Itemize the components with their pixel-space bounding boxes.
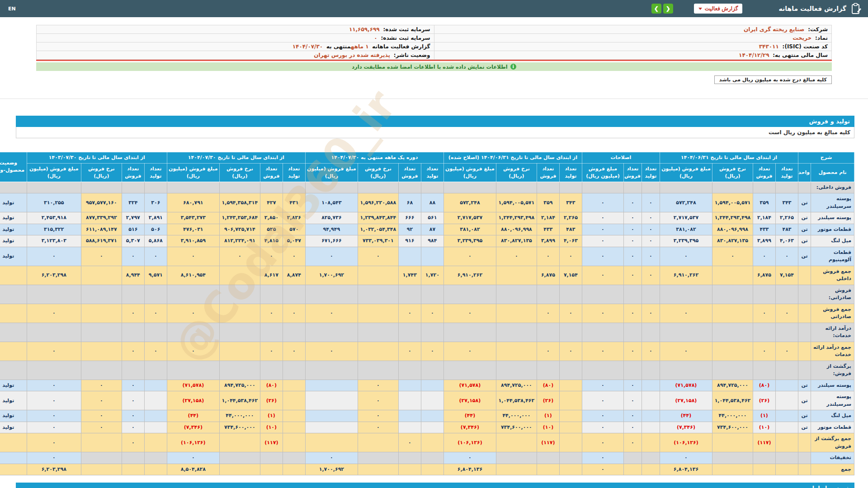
table-cell: ۹,۵۷۱ bbox=[144, 266, 167, 285]
section-row: درآمد ارائه خدمات: bbox=[0, 323, 854, 342]
table-cell bbox=[559, 464, 582, 475]
table-cell: ۰ bbox=[623, 304, 642, 323]
table-cell bbox=[305, 323, 358, 342]
table-cell bbox=[144, 433, 167, 452]
table-cell bbox=[421, 361, 443, 380]
table-cell: ۰ bbox=[753, 342, 776, 361]
table-cell bbox=[559, 433, 582, 452]
table-cell bbox=[260, 464, 283, 475]
table-cell bbox=[219, 452, 260, 464]
table-cell: ۸۳۰,۸۲۷,۱۳۵ bbox=[712, 235, 753, 247]
table-cell bbox=[642, 182, 660, 193]
table-row: میل لنگتن۴,۰۶۳۳,۸۹۹۸۳۰,۸۲۷,۱۳۵۳,۲۳۹,۳۹۵۰… bbox=[0, 235, 854, 247]
table-cell: ۸,۶۱۰,۹۵۴ bbox=[167, 266, 219, 285]
table-cell bbox=[660, 182, 712, 193]
nav-forward-button[interactable]: ❯ bbox=[663, 4, 673, 14]
table-cell: ۲,۷۱۷,۵۳۷ bbox=[660, 212, 712, 224]
table-cell bbox=[305, 410, 358, 422]
table-cell: تولید bbox=[0, 247, 27, 266]
table-cell: (۲۷,۱۵۸) bbox=[660, 391, 712, 410]
table-cell: ۰ bbox=[443, 247, 496, 266]
table-cell: تن bbox=[798, 422, 811, 433]
table-cell: (۷۱,۵۷۸) bbox=[167, 380, 219, 391]
row-label: پوسته سرسیلندر bbox=[811, 391, 854, 410]
fiscal-year-value: ۱۴۰۴/۱۲/۲۹ bbox=[739, 52, 771, 58]
table-cell bbox=[144, 323, 167, 342]
table-cell: ۰ bbox=[122, 391, 144, 410]
table-cell bbox=[283, 452, 305, 464]
isic-cell: کد صنعت (ISIC): ۳۴۳۰۱۱ bbox=[434, 42, 832, 51]
row-label: پوسته سیلندر bbox=[811, 212, 854, 224]
table-cell: ۷۳۳,۰۳۹,۳۰۱ bbox=[358, 235, 398, 247]
table-cell bbox=[144, 410, 167, 422]
table-cell: ۰ bbox=[623, 266, 642, 285]
table-cell: ۶۸ bbox=[398, 193, 421, 212]
table-cell: (۷,۳۴۶) bbox=[443, 422, 496, 433]
table-cell bbox=[712, 285, 753, 304]
table-cell: ۳۱۵,۳۲۲ bbox=[27, 224, 81, 235]
table-cell bbox=[122, 464, 144, 475]
table-cell bbox=[167, 361, 219, 380]
table-cell: ۴,۸۱۵ bbox=[260, 235, 283, 247]
table-cell bbox=[776, 323, 798, 342]
row-label: میل لنگ bbox=[811, 410, 854, 422]
table-cell bbox=[398, 422, 421, 433]
table-cell bbox=[219, 342, 260, 361]
table-cell: ۰ bbox=[122, 433, 144, 452]
table-cell: ۰ bbox=[122, 380, 144, 391]
table-cell: (۷۱,۵۷۸) bbox=[660, 380, 712, 391]
table-cell: ۰ bbox=[122, 422, 144, 433]
table-cell: ۱,۵۹۴,۳۵۸,۳۱۴ bbox=[219, 193, 260, 212]
table-cell bbox=[712, 266, 753, 285]
table-cell bbox=[398, 247, 421, 266]
table-cell: تولید bbox=[0, 422, 27, 433]
table-cell bbox=[167, 285, 219, 304]
amounts-unit-note: کلیه مبالغ درج شده به میلیون ریال می باش… bbox=[714, 75, 832, 84]
table-cell bbox=[753, 323, 776, 342]
table-cell: ۰ bbox=[582, 380, 623, 391]
table-cell: ۳,۲۳۹,۳۹۵ bbox=[660, 235, 712, 247]
table-cell: ۶,۹۱۰,۲۶۲ bbox=[443, 266, 496, 285]
info-row: نماد: خریخت سرمایه ثبت نشده: ۰ bbox=[37, 34, 832, 42]
table-cell bbox=[283, 182, 305, 193]
table-cell: (۱) bbox=[753, 410, 776, 422]
table-cell: ۰ bbox=[753, 304, 776, 323]
table-cell bbox=[167, 182, 219, 193]
table-cell bbox=[398, 323, 421, 342]
table-cell bbox=[358, 452, 398, 464]
table-cell bbox=[421, 464, 443, 475]
row-label: قطعات آلومینیوم bbox=[811, 247, 854, 266]
table-cell: ۰ bbox=[623, 422, 642, 433]
table-cell: (۸۰) bbox=[260, 380, 283, 391]
col-header: تعداد تولید bbox=[144, 163, 167, 182]
table-cell: ۰ bbox=[305, 247, 358, 266]
table-cell: ۰ bbox=[27, 433, 81, 452]
table-cell: ۳,۸۹۹ bbox=[753, 235, 776, 247]
table-cell: ۴۳۱ bbox=[283, 193, 305, 212]
table-cell: ۲,۸۹۱ bbox=[144, 212, 167, 224]
table-cell: ۰ bbox=[537, 342, 559, 361]
col-header: تعداد فروش bbox=[398, 163, 421, 182]
language-toggle-en[interactable]: EN bbox=[8, 6, 16, 12]
table-cell bbox=[623, 361, 642, 380]
table-cell: (۴۴) bbox=[660, 410, 712, 422]
table-cell bbox=[283, 361, 305, 380]
col-header: تعداد فروش bbox=[537, 163, 559, 182]
table-cell: ۶,۸۰۴,۱۳۶ bbox=[443, 464, 496, 475]
report-type-dropdown[interactable]: گزارش فعالیت bbox=[694, 4, 743, 14]
table-cell bbox=[712, 433, 753, 452]
group-header: از ابتدای سال مالی تا تاریخ ۱۴۰۴/۰۷/۳۰ bbox=[167, 152, 305, 164]
table-cell: ۰ bbox=[660, 247, 712, 266]
signature-match-notice: i اطلاعات نمایش داده شده با اطلاعات امضا… bbox=[36, 62, 832, 71]
table-cell: تولید bbox=[0, 391, 27, 410]
nav-back-button[interactable]: ❮ bbox=[651, 4, 661, 14]
table-row: پوسته سیلندرتن(۸۰)۸۹۴,۷۲۵,۰۰۰(۷۱,۵۷۸)۰۰(… bbox=[0, 380, 854, 391]
table-cell: تولید bbox=[0, 380, 27, 391]
table-row: جمع۶,۸۰۴,۱۳۶۰۶,۸۰۴,۱۳۶۱,۷۰۰,۶۹۲۸,۵۰۴,۸۲۸… bbox=[0, 464, 854, 475]
table-cell: ۳,۱۲۳,۸۰۳ bbox=[27, 235, 81, 247]
table-cell bbox=[398, 361, 421, 380]
table-row: قطعات موتورتن۴۸۳۴۳۳۸۸۰,۰۹۶,۹۹۸۳۸۱,۰۸۲۰۰۰… bbox=[0, 224, 854, 235]
table-cell: تن bbox=[798, 410, 811, 422]
table-cell bbox=[398, 391, 421, 410]
table-cell: ۳۰۶ bbox=[144, 193, 167, 212]
